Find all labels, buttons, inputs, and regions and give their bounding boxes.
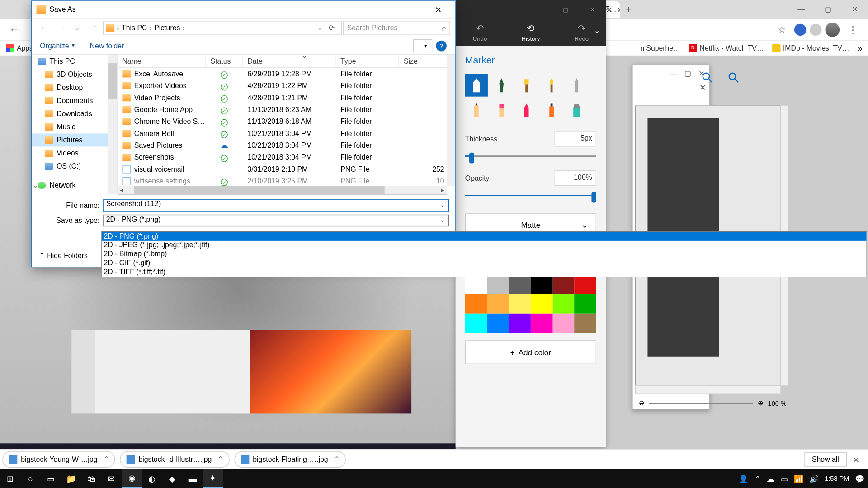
download-item[interactable]: bigstock--d-Illustr….jpg⌃ <box>120 451 230 468</box>
file-scrollbar-horizontal[interactable]: ◄ ► <box>118 186 447 194</box>
chevron-down-icon[interactable]: ⌄ <box>594 26 600 34</box>
chrome-menu-button[interactable]: ⋮ <box>843 24 862 35</box>
nav-desktop[interactable]: Desktop <box>32 81 117 94</box>
zoom-in-icon[interactable]: ⊕ <box>758 399 763 407</box>
file-row[interactable]: Excel Autosave✓6/29/2019 12:28 PMFile fo… <box>118 68 455 80</box>
palette-color[interactable] <box>487 314 509 333</box>
breadcrumb-root[interactable]: This PC <box>122 23 147 32</box>
filetype-option[interactable]: 2D - TIFF (*.tiff;*.tif) <box>102 267 867 277</box>
pixel-pen-tool[interactable] <box>565 74 588 97</box>
add-color-button[interactable]: + Add color <box>465 340 596 364</box>
column-status[interactable]: Status <box>206 55 243 67</box>
file-scrollbar-vertical[interactable] <box>447 55 455 186</box>
nav-3d-objects[interactable]: 3D Objects <box>32 68 117 81</box>
chevron-up-icon[interactable]: ⌃ <box>334 455 340 463</box>
browser-maximize-button[interactable]: ▢ <box>815 0 841 19</box>
tab-close-icon[interactable]: ✕ <box>699 83 707 92</box>
cortana-button[interactable]: ○ <box>20 469 41 488</box>
file-row[interactable]: Chrome No Video S…✓11/13/2018 6:18 AMFil… <box>118 116 455 127</box>
file-row[interactable]: Screenshots✓10/21/2018 3:04 PMFile folde… <box>118 151 455 163</box>
palette-color[interactable] <box>531 314 552 333</box>
nav-up-button[interactable]: ↑ <box>86 21 102 35</box>
opacity-slider[interactable] <box>465 189 596 201</box>
marker-tool[interactable] <box>465 74 488 97</box>
opacity-input[interactable]: 100% <box>555 170 596 186</box>
calligraphy-pen-tool[interactable] <box>490 74 513 97</box>
bookmarks-overflow[interactable]: » <box>858 43 862 53</box>
tab-close-icon[interactable]: ✕ <box>617 5 620 14</box>
oil-brush-tool[interactable] <box>515 74 538 97</box>
bookmark-apps[interactable]: Apps <box>6 44 33 52</box>
extension-icon[interactable] <box>810 23 821 35</box>
mail-button[interactable]: ✉ <box>101 469 122 488</box>
file-row[interactable]: Exported Videos✓4/28/2019 1:22 PMFile fo… <box>118 80 455 92</box>
filetype-option[interactable]: 2D - GIF (*.gif) <box>102 258 867 267</box>
column-date[interactable]: Date <box>243 55 336 67</box>
hide-folders-button[interactable]: ⌃ Hide Folders <box>39 252 88 260</box>
store-button[interactable]: 🛍 <box>81 469 101 488</box>
onedrive-icon[interactable]: ☁ <box>767 474 774 483</box>
organize-button[interactable]: Organize ▼ <box>40 42 75 50</box>
eraser-tool[interactable] <box>490 99 513 122</box>
notifications-icon[interactable]: 💬 <box>855 474 864 483</box>
nav-this-pc[interactable]: This PC <box>32 55 117 68</box>
chrome-button[interactable]: ◉ <box>122 469 142 488</box>
filetype-option[interactable]: 2D - JPEG (*.jpg;*.jpeg;*.jpe;*.jfif) <box>102 241 867 250</box>
nav-documents[interactable]: Documents <box>32 94 117 107</box>
palette-color[interactable] <box>531 294 552 314</box>
volume-icon[interactable]: 🔊 <box>809 474 819 483</box>
history-button[interactable]: ⟲History <box>521 23 540 42</box>
nav-os-c[interactable]: OS (C:) <box>32 160 117 173</box>
filename-input[interactable]: Screenshot (112) <box>103 199 449 212</box>
new-folder-button[interactable]: New folder <box>90 42 124 50</box>
tray-chevron-icon[interactable]: ⌃ <box>755 474 761 483</box>
download-item[interactable]: bigstock-Young-W….jpg⌃ <box>2 451 115 468</box>
paint3d-maximize-button[interactable]: ▢ <box>552 0 579 19</box>
magnify-icon[interactable] <box>725 69 743 87</box>
bookmark-netflix[interactable]: NNetflix - Watch TV… <box>689 44 764 52</box>
viewer-minimize-button[interactable]: — <box>670 69 678 77</box>
palette-color[interactable] <box>465 294 487 314</box>
downloads-close-button[interactable]: ✕ <box>847 455 866 464</box>
start-button[interactable]: ⊞ <box>0 469 20 488</box>
file-row[interactable]: Saved Pictures☁10/21/2018 3:04 PMFile fo… <box>118 140 455 151</box>
app-button[interactable]: ▬ <box>183 469 203 488</box>
show-all-button[interactable]: Show all <box>804 452 847 466</box>
filetype-option[interactable]: 2D - PNG (*.png) <box>102 232 867 241</box>
file-row[interactable]: Video Projects✓4/28/2019 1:21 PMFile fol… <box>118 92 455 103</box>
address-bar[interactable]: › This PC › Pictures › ⌄ ⟳ <box>103 21 342 35</box>
fill-tool[interactable] <box>565 99 588 122</box>
palette-color[interactable] <box>509 294 531 314</box>
chevron-up-icon[interactable]: ⌃ <box>104 455 109 463</box>
palette-color[interactable] <box>465 314 487 333</box>
palette-color[interactable] <box>575 314 596 333</box>
thickness-slider[interactable] <box>465 150 596 162</box>
palette-color[interactable] <box>552 314 574 333</box>
battery-icon[interactable]: ▭ <box>781 474 788 483</box>
filetype-option[interactable]: 2D - Bitmap (*.bmp) <box>102 250 867 259</box>
profile-avatar[interactable] <box>825 22 840 37</box>
column-name[interactable]: Name <box>118 55 206 67</box>
dialog-titlebar[interactable]: Save As ✕ <box>32 1 455 18</box>
download-item[interactable]: bigstock-Floating-….jpg⌃ <box>234 451 346 468</box>
paint3d-button[interactable]: ✦ <box>203 469 223 488</box>
bookmark-star-icon[interactable]: ☆ <box>778 24 786 35</box>
saveastype-select[interactable]: 2D - PNG (*.png) <box>103 215 449 226</box>
bookmark-item[interactable]: n Superhe… <box>640 44 680 52</box>
breadcrumb-folder[interactable]: Pictures <box>154 23 180 32</box>
app-button[interactable]: ◆ <box>162 469 183 488</box>
palette-color[interactable] <box>552 294 574 314</box>
watercolor-tool[interactable] <box>540 74 563 97</box>
view-options-button[interactable]: ≡ ▾ <box>413 39 432 52</box>
zoom-out-icon[interactable]: ⊖ <box>639 399 644 407</box>
search-input[interactable]: Search Pictures ⌕ <box>343 21 450 35</box>
extension-icon[interactable] <box>794 23 806 35</box>
nav-network[interactable]: ⌄Network <box>32 179 117 192</box>
thickness-input[interactable]: 5px <box>555 131 596 146</box>
browser-back-button[interactable]: ← <box>6 21 23 38</box>
zoom-slider[interactable] <box>649 403 753 404</box>
nav-back-button[interactable]: ← <box>36 21 52 35</box>
redo-button[interactable]: ↷Redo <box>575 23 589 42</box>
taskbar-clock[interactable]: 1:58 PM <box>825 475 849 482</box>
file-row[interactable]: visual voicemail3/31/2019 2:10 PMPNG Fil… <box>118 163 455 175</box>
